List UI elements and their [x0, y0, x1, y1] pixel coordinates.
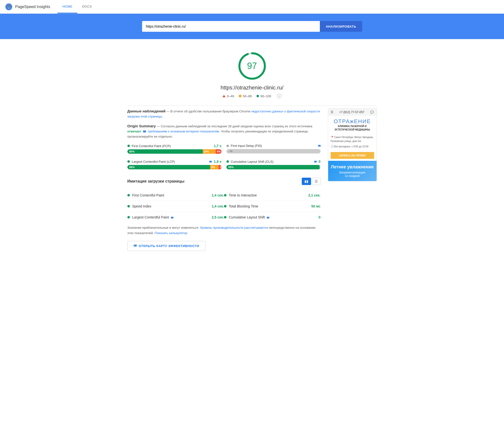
good-icon [256, 95, 259, 97]
sidebar-banner: Летнее увлажнение Биоревитализациясо ски… [328, 161, 377, 181]
main-nav: HOME DOCS [57, 0, 97, 14]
lcp-name: Largest Contentful Paint (LCP) [132, 160, 207, 163]
fid-bar-gray: –% [226, 149, 321, 154]
field-metrics-grid: First Contentful Paint (FCP) 1,7 s 80% 1… [127, 144, 321, 170]
svg-point-0 [5, 3, 12, 10]
sim-metric-tti: Time to Interactive 2,1 сек. [224, 190, 321, 201]
field-data-text: Данные наблюдений — В отчете об удобстве… [127, 108, 321, 119]
good-range: 90–100 [260, 94, 271, 98]
cls-dot [226, 160, 229, 163]
nav-home[interactable]: HOME [57, 0, 77, 14]
lcp-label-avg: 9% [211, 166, 215, 169]
metric-fcp: First Contentful Paint (FCP) 1,7 s 80% 1… [127, 144, 222, 154]
appointment-button[interactable]: ЗАПИСЬ НА ПРИЁМ [331, 152, 374, 159]
fail-icon [222, 95, 225, 97]
sim-fcp-name: First Contentful Paint [132, 193, 209, 197]
origin-cwv-link[interactable]: требованиям к основным интернет-показате… [148, 130, 220, 133]
banner-sub: Биоревитализациясо скидкой [331, 171, 374, 178]
sidebar-phone: +7 (812) 77-57-057 [339, 110, 364, 114]
average-icon [239, 95, 241, 97]
score-legend: 0–49 50–89 90–100 i [222, 94, 281, 98]
fcp-bar-poor: 6% [216, 149, 221, 154]
hamburger-icon[interactable]: ☰ [331, 110, 333, 114]
metric-lcp-header: Largest Contentful Paint (LCP) 1,9 s [127, 160, 222, 163]
bottom-note-text: Значения приблизительные и могут изменят… [127, 226, 200, 229]
open-map-button[interactable]: 🗺 ОТКРЫТЬ КАРТУ ЭФФЕКТИВНОСТИ [127, 241, 205, 251]
lcp-bar-good: 88% [127, 165, 210, 169]
cls-bar-good: 99% [226, 165, 320, 169]
info-icon[interactable]: i [277, 94, 282, 98]
metric-cls-header: Cumulative Layout Shift (CLS) 0 [226, 160, 321, 163]
simulation-section: Имитация загрузки страницы ▮▮ ☰ First Co… [127, 178, 321, 251]
sim-cls-dot [224, 216, 226, 219]
fcp-label-good: 80% [129, 150, 135, 153]
main-content: 97 https://otrazhenie-clinic.ru/ 0–49 50… [118, 39, 387, 256]
fid-value: –% [228, 150, 233, 153]
origin-highlight: отвечает [127, 130, 141, 133]
sidebar: ☰ +7 (812) 77-57-057 💬 ОТРАжЕНИЕ КЛИНИКА… [328, 108, 377, 251]
clinic-name: КЛИНИКА ЛАЗЕРНОЙ ИЭСТЕТИЧЕСКОЙ МЕДИЦИНЫ [331, 125, 374, 132]
legend-good: 90–100 [256, 94, 271, 98]
sim-metric-lcp: Largest Contentful Paint 2,5 сек. [127, 212, 224, 222]
field-data-title: Данные наблюдений [127, 109, 165, 113]
sidebar-address: 📍 Санкт-Петербург, Метро Звездная, Пулко… [328, 134, 377, 150]
fail-range: 0–49 [227, 94, 234, 98]
sim-tti-dot [224, 194, 226, 196]
sim-si-dot [127, 205, 130, 207]
metric-fid-header: First Input Delay (FID) [226, 144, 321, 148]
nav-docs[interactable]: DOCS [77, 0, 97, 14]
cls-label-good: 99% [228, 166, 234, 169]
lcp-label-good: 88% [129, 166, 135, 169]
origin-summary-text: Origin Summary — Согласно данным наблюде… [127, 123, 321, 139]
fid-name: First Input Delay (FID) [231, 144, 315, 148]
clinic-logo: ОТРАжЕНИЕ [331, 118, 374, 125]
metric-cls: Cumulative Layout Shift (CLS) 0 99% [226, 160, 321, 169]
field-data-prefix: — В отчете об удобстве пользования брауз… [166, 109, 251, 113]
sim-metric-cls: Cumulative Layout Shift 0 [224, 212, 321, 222]
bottom-note: Значения приблизительные и могут изменят… [127, 225, 321, 236]
cls-value: 0 [319, 160, 321, 163]
open-map-label: ОТКРЫТЬ КАРТУ ЭФФЕКТИВНОСТИ [139, 244, 199, 248]
fcp-label-poor: 6% [217, 150, 221, 153]
address-line: 📍 Санкт-Петербург, Метро Звездная, Пулко… [331, 135, 374, 143]
lcp-value: 1,9 s [214, 160, 221, 163]
sidebar-header: ☰ +7 (812) 77-57-057 💬 [328, 108, 377, 116]
performance-calc-link2[interactable]: Показать калькулятор [155, 231, 187, 235]
hours-line: 🕐 Без выходных: с 9:00 до 22:00 [331, 145, 374, 149]
sim-cls-value: 0 [319, 215, 321, 219]
logo: PageSpeed Insights [5, 3, 50, 11]
simulation-title: Имитация загрузки страницы [127, 179, 185, 184]
cls-badge [314, 161, 317, 163]
app-header: PageSpeed Insights HOME DOCS [0, 0, 504, 14]
url-input[interactable]: https://otrazhenie-clinic.ru/ [142, 21, 320, 32]
svg-point-1 [9, 5, 11, 7]
toggle-list-button[interactable]: ☰ [312, 178, 321, 185]
legend-fail: 0–49 [222, 94, 234, 98]
fid-badge [318, 145, 321, 147]
fcp-bar: 80% 14% 6% [127, 149, 222, 154]
address-icon: 📍 [331, 136, 334, 138]
performance-calc-link1[interactable]: Уровень производительности рассчитываетс… [200, 226, 268, 229]
phone-icon: 💬 [370, 110, 374, 114]
sim-tti-value: 2,1 сек. [308, 193, 321, 197]
lcp-bar-poor: 3% [219, 165, 222, 169]
analyze-button[interactable]: АНАЛИЗИРОВАТЬ [320, 21, 362, 32]
sim-fcp-value: 1,4 сек. [212, 193, 224, 197]
fcp-bar-good: 80% [127, 149, 203, 154]
sim-tbt-dot [224, 205, 226, 207]
cls-name: Cumulative Layout Shift (CLS) [231, 160, 311, 163]
search-section: https://otrazhenie-clinic.ru/ АНАЛИЗИРОВ… [0, 14, 504, 39]
cls-bar: 99% [226, 165, 321, 169]
sim-tti-name: Time to Interactive [229, 193, 306, 197]
left-column: Данные наблюдений — В отчете об удобстве… [127, 108, 321, 251]
lcp-label-poor: 3% [220, 166, 222, 169]
lcp-badge [209, 161, 212, 163]
fcp-dot [127, 145, 130, 147]
sim-lcp-dot [127, 216, 130, 219]
toggle-grid-button[interactable]: ▮▮ [302, 178, 311, 185]
score-circle: 97 [237, 51, 267, 81]
sim-lcp-value: 2,5 сек. [212, 215, 224, 219]
sim-lcp-badge [171, 217, 173, 219]
fcp-value: 1,7 s [214, 144, 221, 148]
analyzed-url: https://otrazhenie-clinic.ru/ [221, 85, 283, 91]
